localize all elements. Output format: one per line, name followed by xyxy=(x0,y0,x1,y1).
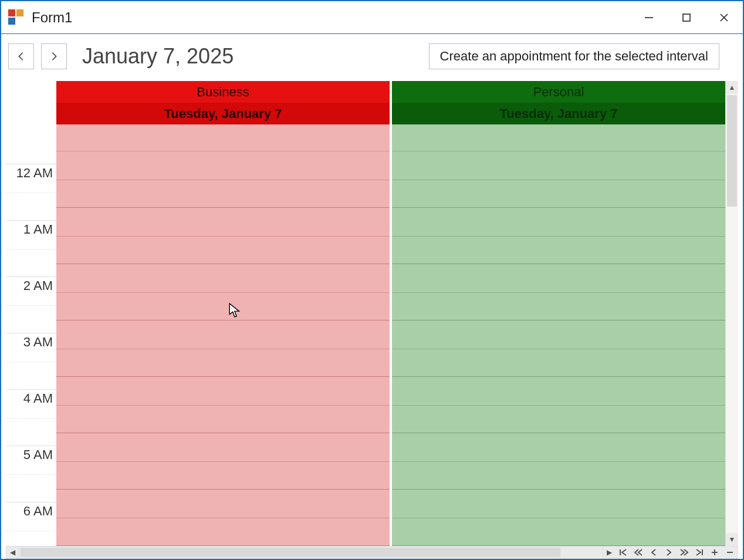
allday-row[interactable] xyxy=(56,124,390,151)
resource-date-header[interactable]: Tuesday, January 7 xyxy=(56,103,390,124)
time-label: 2 AM xyxy=(23,278,53,294)
bottom-bar: ◀ ▶ xyxy=(6,546,738,559)
minimize-button[interactable] xyxy=(630,1,668,33)
next-day-button[interactable] xyxy=(41,43,67,69)
resource-body[interactable] xyxy=(392,151,725,546)
time-label: 3 AM xyxy=(23,335,53,350)
time-label: 6 AM xyxy=(23,504,53,519)
time-label: 4 AM xyxy=(23,391,53,406)
time-slot: 3 AM xyxy=(6,333,56,390)
first-resource-button[interactable] xyxy=(616,546,631,558)
last-resource-button[interactable] xyxy=(692,546,707,558)
prev-resource-button[interactable] xyxy=(646,546,661,558)
resource-columns: Business Tuesday, January 7 Personal Tue… xyxy=(56,81,725,546)
time-slot: 4 AM xyxy=(6,390,56,446)
prev-page-button[interactable] xyxy=(631,546,646,558)
close-icon xyxy=(718,12,730,23)
next-page-icon xyxy=(680,548,688,556)
time-label: 5 AM xyxy=(23,447,53,463)
window-title: Form1 xyxy=(32,9,630,26)
hscroll-right-button[interactable]: ▶ xyxy=(603,546,616,558)
allday-row[interactable] xyxy=(392,124,725,151)
scroll-up-button[interactable]: ▲ xyxy=(726,81,738,94)
time-label: 1 AM xyxy=(23,222,53,237)
minimize-icon xyxy=(643,12,655,23)
zoom-in-button[interactable] xyxy=(707,546,722,558)
close-button[interactable] xyxy=(705,1,743,33)
resource-header[interactable]: Business xyxy=(56,81,390,103)
time-slot: 5 AM xyxy=(6,446,56,502)
app-icon xyxy=(8,9,25,26)
resource-nav-cluster xyxy=(616,546,738,558)
hscroll-left-button[interactable]: ◀ xyxy=(6,546,19,558)
content-area: January 7, 2025 Create an appointment fo… xyxy=(1,34,743,560)
window-controls xyxy=(630,1,743,33)
chevron-left-icon xyxy=(16,51,26,62)
time-slot: 1 AM xyxy=(6,221,56,277)
chevron-right-icon xyxy=(49,51,59,62)
resource-column-business: Business Tuesday, January 7 xyxy=(56,81,390,546)
svg-rect-1 xyxy=(683,14,690,21)
time-ruler: 12 AM 1 AM 2 AM 3 AM 4 AM 5 AM 6 AM xyxy=(6,81,56,546)
prev-day-button[interactable] xyxy=(8,43,34,69)
prev-page-icon xyxy=(634,548,642,556)
minus-icon xyxy=(726,548,734,556)
time-slot: 12 AM xyxy=(6,164,56,221)
hscroll-thumb[interactable] xyxy=(21,548,560,557)
scroll-track[interactable] xyxy=(726,94,738,533)
vertical-scrollbar[interactable]: ▲ ▼ xyxy=(725,81,738,546)
last-icon xyxy=(695,548,704,556)
date-title: January 7, 2025 xyxy=(82,44,422,69)
hscroll-track[interactable] xyxy=(19,546,603,558)
next-page-button[interactable] xyxy=(677,546,692,558)
maximize-button[interactable] xyxy=(668,1,705,33)
first-icon xyxy=(619,548,627,556)
resource-body[interactable] xyxy=(56,151,390,546)
scroll-down-button[interactable]: ▼ xyxy=(726,533,738,546)
create-appointment-button[interactable]: Create an appointment for the selected i… xyxy=(429,43,719,69)
scheduler: 12 AM 1 AM 2 AM 3 AM 4 AM 5 AM 6 AM Busi… xyxy=(6,81,738,546)
prev-icon xyxy=(650,548,658,556)
time-slot: 2 AM xyxy=(6,277,56,333)
resource-date-header[interactable]: Tuesday, January 7 xyxy=(392,103,725,124)
time-label: 12 AM xyxy=(16,166,53,181)
resource-column-personal: Personal Tuesday, January 7 xyxy=(392,81,725,546)
resource-header[interactable]: Personal xyxy=(392,81,725,103)
maximize-icon xyxy=(681,12,692,23)
next-icon xyxy=(665,548,673,556)
toolbar: January 7, 2025 Create an appointment fo… xyxy=(6,43,738,77)
plus-icon xyxy=(711,548,719,556)
next-resource-button[interactable] xyxy=(661,546,677,558)
scroll-thumb[interactable] xyxy=(727,95,737,207)
time-slot: 6 AM xyxy=(6,502,56,546)
titlebar: Form1 xyxy=(1,1,743,34)
zoom-out-button[interactable] xyxy=(722,546,738,558)
